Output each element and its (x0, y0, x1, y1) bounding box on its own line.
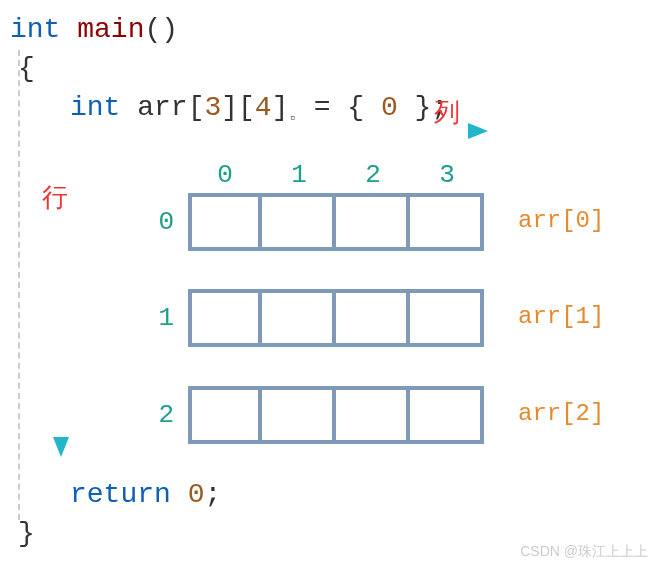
cell (410, 289, 484, 347)
dim-2: 4 (255, 92, 272, 123)
arr-text-c: ] (272, 92, 289, 123)
arr-text-a: arr[ (120, 92, 204, 123)
array-diagram: 列 行 0 1 2 3 0 arr[0] 1 arr[1] 2 arr[2 (10, 135, 660, 465)
code-block: int main() { int arr[3][4]▫ = { 0 }; 列 行… (0, 0, 660, 563)
code-line-open-brace: { (10, 49, 660, 88)
col-arrow-icon (188, 122, 488, 140)
func-main: main (60, 14, 144, 45)
keyword-int: int (10, 14, 60, 45)
init-zero: 0 (381, 92, 398, 123)
col-header-0: 0 (188, 160, 262, 190)
cell (188, 386, 262, 444)
arr-text-d: = { (297, 92, 381, 123)
row-axis-label: 行 (42, 180, 68, 215)
semicolon: ; (204, 479, 221, 510)
row-idx-2: 2 (144, 400, 174, 430)
code-line-1: int main() (10, 10, 660, 49)
code-line-return: return 0; (10, 475, 660, 514)
grid-row-1 (188, 289, 484, 347)
row-arrow-icon (52, 215, 70, 457)
cell (336, 386, 410, 444)
row-label-1: arr[1] (518, 303, 604, 330)
cell (410, 193, 484, 251)
row-idx-1: 1 (144, 303, 174, 333)
cell (262, 289, 336, 347)
col-header-3: 3 (410, 160, 484, 190)
cell (262, 386, 336, 444)
row-label-0: arr[0] (518, 207, 604, 234)
keyword-int-2: int (70, 92, 120, 123)
row-label-2: arr[2] (518, 400, 604, 427)
cell (188, 193, 262, 251)
row-idx-0: 0 (144, 207, 174, 237)
arr-text-b: ][ (221, 92, 255, 123)
watermark: CSDN @珠江上上上 (520, 543, 648, 561)
cell (262, 193, 336, 251)
parens: () (144, 14, 178, 45)
dim-1: 3 (204, 92, 221, 123)
brace-open: { (18, 53, 35, 84)
cell (336, 193, 410, 251)
col-header-2: 2 (336, 160, 410, 190)
col-header-1: 1 (262, 160, 336, 190)
cell (188, 289, 262, 347)
keyword-return: return (70, 479, 171, 510)
cell (336, 289, 410, 347)
cell (410, 386, 484, 444)
space (171, 479, 188, 510)
svg-marker-1 (468, 123, 488, 139)
svg-marker-3 (53, 437, 69, 457)
return-val: 0 (188, 479, 205, 510)
grid-row-0 (188, 193, 484, 251)
grid-row-2 (188, 386, 484, 444)
brace-close: } (18, 518, 35, 549)
